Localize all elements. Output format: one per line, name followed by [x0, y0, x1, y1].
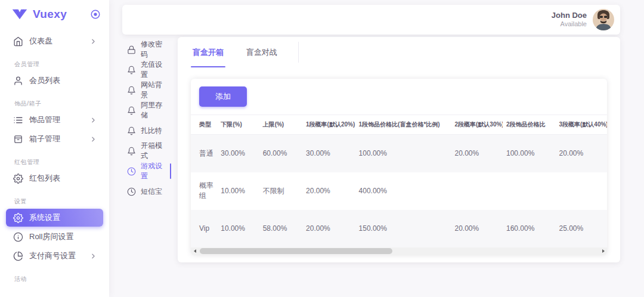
probability-table: 类型 下限(%) 上限(%) 1段概率(默认20%) 1段饰品价格比(盲盒价格*… — [191, 115, 607, 248]
sidebar-item-system-settings[interactable]: 系统设置 — [6, 209, 103, 227]
sidebar-item-box-mgmt[interactable]: 箱子管理 — [6, 130, 103, 148]
submenu-item-label: 充值设置 — [141, 60, 169, 80]
cell-stage1-probability: 30.00% — [302, 135, 355, 172]
lock-icon — [127, 45, 136, 54]
sidebar-item-label: 饰品管理 — [29, 115, 60, 125]
sidebar-nav: 仪表盘 会员管理 会员列表 饰品/箱子 饰品管理 箱子管理 红包管理 红包列表 … — [0, 29, 109, 283]
cell-stage2-probability: 20.00% — [451, 135, 502, 172]
sidebar-pin-toggle[interactable] — [90, 9, 101, 20]
add-button[interactable]: 添加 — [199, 86, 247, 107]
bell-icon — [127, 126, 136, 135]
submenu-item-label: 修改密码 — [141, 39, 169, 60]
sidebar-item-member-list[interactable]: 会员列表 — [6, 72, 103, 89]
table-row: Vip 10.00% 58.00% 20.00% 150.00% 20.00% … — [191, 210, 607, 248]
submenu-item-label: 游戏设置 — [141, 161, 169, 181]
bell-icon — [127, 66, 136, 75]
col-header-stage2-price-ratio: 2段饰品价格比 — [503, 115, 556, 135]
cell-stage1-probability: 20.00% — [302, 210, 355, 248]
cell-lower-limit: 30.00% — [217, 135, 259, 172]
table-row: 普通 30.00% 60.00% 30.00% 100.00% 20.00% 1… — [191, 135, 607, 172]
submenu-item-zhabite[interactable]: 扎比特 — [122, 120, 169, 141]
brand-name: Vuexy — [33, 8, 90, 21]
vuexy-logo-icon — [12, 8, 27, 21]
submenu-item-unbox-mode[interactable]: 开箱模式 — [122, 141, 169, 161]
top-header: John Doe Available — [122, 5, 620, 35]
col-header-type: 类型 — [191, 115, 217, 135]
tab-blindbox-battle[interactable]: 盲盒对战 — [244, 37, 279, 67]
user-name: John Doe — [552, 11, 587, 20]
record-circle-icon — [90, 9, 101, 20]
submenu-item-label: 扎比特 — [141, 126, 162, 136]
info-icon — [13, 232, 23, 242]
tab-bar: 盲盒开箱 盲盒对战 — [178, 37, 620, 67]
cell-stage3-probability: 25.00% — [555, 210, 607, 248]
chevron-right-icon — [89, 116, 97, 124]
brand-logo-row[interactable]: Vuexy — [0, 0, 109, 29]
sidebar-item-roll-room-settings[interactable]: Roll房间设置 — [6, 228, 103, 246]
sidebar-item-label: 红包列表 — [29, 173, 60, 184]
sidebar-item-redpacket-list[interactable]: 红包列表 — [6, 169, 103, 187]
bell-icon — [127, 106, 136, 115]
scrollbar-thumb[interactable] — [200, 248, 392, 254]
scroll-left-arrow-icon[interactable] — [191, 248, 199, 255]
cell-upper-limit: 58.00% — [259, 210, 302, 248]
chevron-right-icon — [89, 38, 97, 45]
pie-chart-icon — [13, 251, 23, 261]
sidebar: Vuexy 仪表盘 会员管理 会员列表 饰品/箱子 饰品管理 箱子管理 — [0, 0, 109, 297]
sidebar-item-accessory-mgmt[interactable]: 饰品管理 — [6, 111, 103, 129]
gear-icon — [13, 213, 23, 223]
submenu-item-label: 网站背景 — [141, 80, 169, 100]
chevron-right-icon — [89, 252, 97, 260]
cell-type: Vip — [191, 210, 217, 248]
tab-blindbox-open[interactable]: 盲盒开箱 — [191, 37, 225, 67]
submenu-item-change-password[interactable]: 修改密码 — [122, 39, 169, 60]
cell-upper-limit: 不限制 — [259, 172, 302, 210]
cell-stage2-price-ratio — [503, 172, 556, 210]
sidebar-item-label: 箱子管理 — [29, 134, 60, 144]
submenu-item-recharge-settings[interactable]: 充值设置 — [122, 60, 169, 80]
submenu-item-sms-bao[interactable]: 短信宝 — [122, 181, 169, 202]
scrollbar-track[interactable] — [199, 248, 599, 255]
submenu-item-ali-storage[interactable]: 阿里存储 — [122, 100, 169, 120]
clock-icon — [127, 167, 136, 176]
chevron-right-icon — [89, 135, 97, 143]
cell-stage1-probability: 20.00% — [302, 172, 355, 210]
avatar-image — [593, 9, 614, 30]
cell-lower-limit: 10.00% — [217, 172, 259, 210]
tab-divider — [298, 42, 299, 63]
sidebar-item-label: 支付商号设置 — [29, 250, 76, 261]
sidebar-item-label: 仪表盘 — [29, 36, 52, 47]
cell-stage1-price-ratio: 150.00% — [355, 210, 451, 248]
col-header-stage2-probability: 2段概率(默认30%) — [451, 115, 502, 135]
submenu-item-game-settings[interactable]: 游戏设置 — [122, 161, 169, 181]
bell-icon — [127, 86, 136, 95]
cell-stage2-price-ratio: 160.00% — [503, 210, 556, 248]
home-icon — [13, 36, 23, 47]
sidebar-section-redpacket: 红包管理 — [14, 159, 109, 166]
sidebar-item-label: 系统设置 — [29, 212, 60, 223]
sidebar-item-dashboard[interactable]: 仪表盘 — [6, 32, 103, 50]
cell-lower-limit: 10.00% — [217, 210, 259, 248]
user-info: John Doe Available — [552, 11, 587, 29]
table-header-row: 类型 下限(%) 上限(%) 1段概率(默认20%) 1段饰品价格比(盲盒价格*… — [191, 115, 607, 135]
bell-icon — [127, 147, 136, 156]
submenu-item-site-background[interactable]: 网站背景 — [122, 80, 169, 100]
cell-stage3-probability — [555, 172, 607, 210]
col-header-stage1-probability: 1段概率(默认20%) — [302, 115, 355, 135]
cell-type: 概率组 — [191, 172, 217, 210]
sidebar-section-member: 会员管理 — [14, 61, 109, 68]
col-header-lower-limit: 下限(%) — [217, 115, 259, 135]
cell-upper-limit: 60.00% — [259, 135, 302, 172]
submenu-item-label: 短信宝 — [141, 187, 162, 197]
cell-type: 普通 — [191, 135, 217, 172]
sidebar-item-payment-merchant-settings[interactable]: 支付商号设置 — [6, 247, 103, 265]
cell-stage1-price-ratio: 100.00% — [355, 135, 451, 172]
sidebar-item-label: Roll房间设置 — [29, 231, 73, 242]
cell-stage2-probability — [451, 172, 502, 210]
sidebar-item-label: 会员列表 — [29, 75, 60, 86]
horizontal-scrollbar[interactable] — [191, 248, 607, 255]
user-avatar[interactable] — [593, 9, 614, 30]
scroll-right-arrow-icon[interactable] — [599, 248, 607, 255]
user-icon — [13, 76, 23, 86]
cell-stage3-probability: 20.00% — [555, 135, 607, 172]
